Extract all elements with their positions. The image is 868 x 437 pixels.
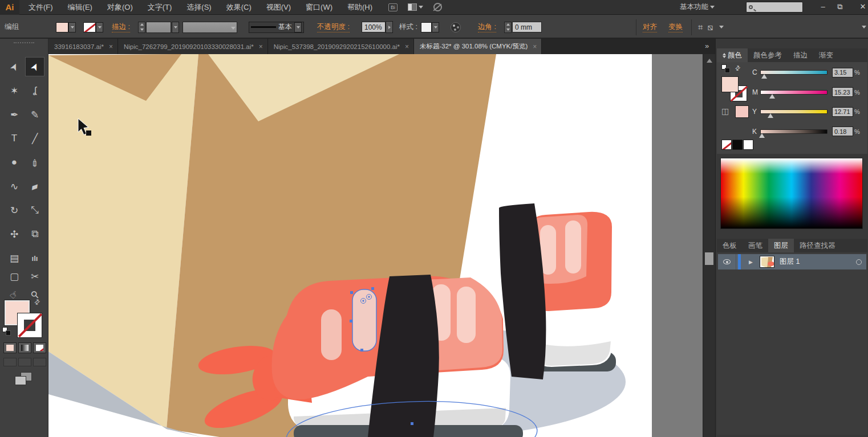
slider-thumb[interactable] (769, 94, 775, 99)
default-fill-stroke-icon[interactable] (2, 327, 11, 336)
lasso-tool[interactable]: ʆ (25, 81, 44, 100)
stroke-dropdown-button[interactable] (96, 22, 103, 32)
line-segment-tool[interactable]: ╱ (25, 129, 44, 148)
stroke-panel-link[interactable]: 描边 : (112, 22, 130, 32)
style-swatch[interactable] (421, 22, 432, 32)
magic-wand-tool[interactable]: ✶ (5, 81, 24, 100)
panel-tab-路径查找器[interactable]: 路径查找器 (794, 239, 841, 252)
arrange-documents-button[interactable] (408, 3, 423, 11)
ellipse-tool[interactable]: ● (5, 153, 24, 172)
panel-tab-颜色参考[interactable]: 颜色参考 (748, 48, 788, 62)
artboard-tool[interactable]: ▢ (5, 267, 24, 286)
free-transform-tool[interactable]: ⧉ (25, 224, 44, 244)
panel-tab-渐变[interactable]: 渐变 (813, 48, 839, 62)
canvas-area[interactable] (48, 54, 703, 437)
touch-workspace-icon[interactable] (433, 3, 442, 11)
select-similar-icon[interactable]: ⌗ (698, 22, 701, 32)
menu-item-4[interactable]: 选择(S) (186, 2, 211, 13)
slider-thumb[interactable] (759, 133, 765, 138)
fill-color-proxy[interactable] (721, 76, 739, 92)
black-swatch[interactable] (732, 140, 743, 150)
C-slider-track[interactable] (760, 70, 828, 75)
menu-item-7[interactable]: 窗口(W) (306, 2, 332, 13)
symbol-sprayer-tool[interactable]: ▤ (5, 248, 24, 268)
panel-tab-图层[interactable]: 图层 (768, 239, 794, 252)
screen-mode-icon[interactable] (15, 372, 32, 386)
none-mode-button[interactable] (33, 342, 46, 353)
scrollbar-thumb[interactable] (705, 252, 713, 265)
transform-link[interactable]: 变换 (668, 22, 683, 32)
menu-item-3[interactable]: 文字(T) (148, 2, 172, 13)
fill-color-swatch[interactable] (56, 22, 68, 32)
layer-target-icon[interactable] (856, 259, 862, 265)
doc-tab-2[interactable]: Nipic_537398_20190929202152610000.ai*× (268, 39, 414, 54)
doc-tab-1[interactable]: Nipic_7262799_20190920103330028031.ai*× (118, 39, 268, 54)
curvature-tool[interactable]: ✎ (25, 105, 44, 124)
scale-tool[interactable]: ⤡ (25, 201, 44, 220)
Y-slider-track[interactable] (760, 109, 828, 114)
corner-stepper[interactable] (504, 22, 512, 33)
default-fill-stroke-icon[interactable] (721, 64, 731, 73)
swap-fill-stroke-icon[interactable]: ⇄ (733, 64, 742, 73)
out-of-gamut-cube-icon[interactable]: ◫ (721, 107, 729, 116)
menu-item-0[interactable]: 文件(F) (29, 2, 53, 13)
bridge-icon[interactable]: Bi (388, 3, 398, 11)
close-tab-icon[interactable]: × (405, 43, 409, 51)
slider-thumb[interactable] (761, 74, 767, 79)
slice-tool[interactable]: ✂ (25, 267, 44, 286)
layer-row[interactable]: ▶ 图层 1 (718, 254, 866, 269)
stroke-weight-dropdown[interactable] (172, 22, 179, 33)
align-link[interactable]: 对齐 (643, 22, 657, 32)
opacity-panel-link[interactable]: 不透明度 : (317, 22, 350, 32)
stroke-color-proxy[interactable] (17, 313, 42, 338)
menu-item-5[interactable]: 效果(C) (226, 2, 252, 13)
menu-item-6[interactable]: 视图(V) (266, 2, 291, 13)
visibility-eye-icon[interactable] (723, 259, 731, 264)
opacity-input[interactable]: 100% (362, 22, 386, 32)
expand-triangle-icon[interactable]: ▶ (749, 259, 753, 265)
draw-behind-icon[interactable] (18, 358, 31, 366)
chevron-down-icon[interactable] (719, 26, 724, 28)
layer-name[interactable]: 图层 1 (780, 257, 856, 267)
artboard[interactable] (48, 54, 652, 437)
doc-tab-3[interactable]: 未标题-32* @ 301.08% (CMYK/预览)× (414, 39, 542, 54)
shaper-tool[interactable]: ∿ (5, 177, 24, 196)
panel-grip[interactable] (14, 42, 34, 44)
controlbar-overflow-icon[interactable] (862, 26, 866, 28)
panel-tab-色板[interactable]: 色板 (717, 239, 743, 252)
Y-value-input[interactable]: 12.71 (832, 107, 853, 117)
minimize-button[interactable]: – (816, 2, 830, 11)
panel-tab-描边[interactable]: 描边 (788, 48, 813, 62)
menu-item-8[interactable]: 帮助(H) (347, 2, 372, 13)
gamut-color-swatch[interactable] (735, 105, 749, 118)
type-tool[interactable]: T (5, 129, 24, 148)
draw-normal-icon[interactable] (3, 358, 17, 366)
gradient-mode-button[interactable] (18, 342, 31, 353)
K-value-input[interactable]: 0.18 (832, 126, 853, 136)
tab-overflow-icon[interactable]: » (705, 42, 708, 50)
selection-tool[interactable]: ➤ (5, 57, 24, 76)
corner-input[interactable]: 0 mm (512, 22, 542, 32)
stroke-color-swatch[interactable] (83, 22, 96, 32)
style-dropdown[interactable] (432, 22, 439, 32)
C-value-input[interactable]: 3.15 (832, 68, 853, 77)
brush-definition-dropdown[interactable]: 基本 (249, 22, 304, 33)
eraser-tool[interactable]: ▰ (25, 177, 44, 196)
recolor-artwork-icon[interactable] (451, 22, 461, 32)
color-mode-button[interactable] (3, 342, 17, 353)
width-profile-dropdown[interactable] (182, 22, 237, 33)
scroll-up-icon[interactable] (707, 59, 712, 63)
close-button[interactable]: ✕ (855, 2, 868, 11)
corner-link[interactable]: 边角 : (478, 22, 496, 32)
graph-tool[interactable]: ılı (25, 248, 44, 268)
menu-item-2[interactable]: 对象(O) (107, 2, 133, 13)
M-value-input[interactable]: 15.23 (832, 87, 853, 97)
close-tab-icon[interactable]: × (109, 43, 113, 51)
pen-tool[interactable]: ✒ (5, 105, 24, 124)
isolate-object-icon[interactable]: ⧅ (707, 22, 712, 32)
stroke-weight-value[interactable] (146, 22, 171, 33)
search-input[interactable] (746, 2, 803, 13)
layer-thumbnail[interactable] (760, 256, 774, 268)
vertical-scrollbar[interactable] (703, 54, 715, 437)
M-slider-track[interactable] (760, 90, 828, 95)
